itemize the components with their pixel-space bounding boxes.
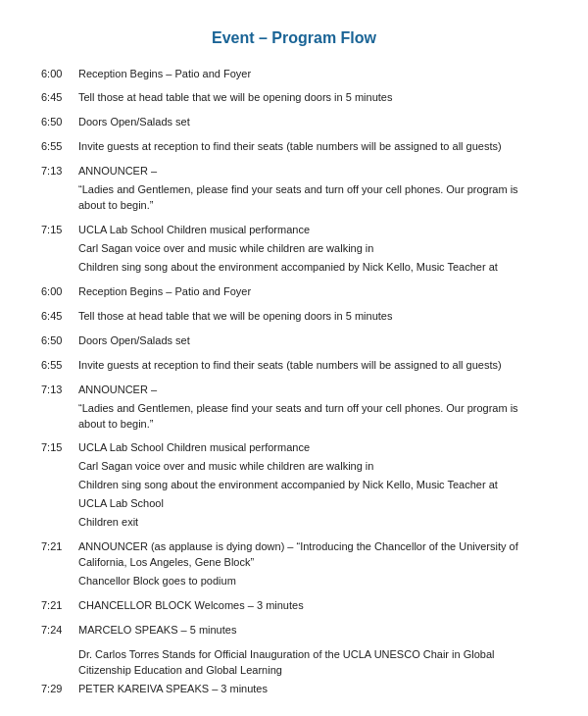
list-item: “Ladies and Gentlemen, please find your … xyxy=(39,181,549,216)
list-item: 7:21CHANCELLOR BLOCK Welcomes – 3 minute… xyxy=(39,596,549,615)
event-description: MARCELO SPEAKS – 5 minutes xyxy=(76,621,549,639)
event-time: 7:21 xyxy=(39,538,76,573)
event-time: 7:13 xyxy=(39,381,76,399)
list-item: 7:13ANNOUNCER – xyxy=(39,163,549,181)
list-item: 6:00Reception Begins – Patio and Foyer xyxy=(39,65,549,83)
event-time xyxy=(39,477,76,495)
event-time: 7:24 xyxy=(39,621,76,639)
event-description: Reception Begins – Patio and Foyer xyxy=(76,65,549,83)
list-item: Chancellor Block goes to podium xyxy=(39,573,549,591)
event-description: UCLA Lab School Children musical perform… xyxy=(76,439,549,458)
event-time: 7:15 xyxy=(39,222,76,240)
list-item: 7:15UCLA Lab School Children musical per… xyxy=(39,439,549,458)
event-time xyxy=(39,181,76,216)
list-item: 7:15UCLA Lab School Children musical per… xyxy=(39,222,549,240)
list-item: 6:50Doors Open/Salads set xyxy=(39,114,549,132)
list-item: 6:45Tell those at head table that we wil… xyxy=(39,89,549,108)
event-time xyxy=(39,645,76,680)
event-description: Children sing song about the environment… xyxy=(76,258,549,277)
event-time: 7:21 xyxy=(39,596,76,615)
event-table: 6:00Reception Begins – Patio and Foyer6:… xyxy=(39,65,549,698)
event-time: 7:29 xyxy=(39,680,76,698)
event-time xyxy=(39,258,76,277)
page: Event – Program Flow 6:00Reception Begin… xyxy=(0,0,588,716)
list-item: 6:55Invite guests at reception to find t… xyxy=(39,138,549,157)
list-item: UCLA Lab School xyxy=(39,495,549,514)
event-time xyxy=(39,573,76,591)
event-time xyxy=(39,514,76,533)
event-description: Children exit xyxy=(76,514,549,533)
list-item: Children sing song about the environment… xyxy=(39,477,549,495)
event-description: Tell those at head table that we will be… xyxy=(76,89,549,108)
event-time: 6:45 xyxy=(39,307,76,326)
event-time xyxy=(39,240,76,259)
event-description: UCLA Lab School xyxy=(76,495,549,514)
event-time xyxy=(39,399,76,434)
list-item: Carl Sagan voice over and music while ch… xyxy=(39,458,549,477)
list-item: 7:21ANNOUNCER (as applause is dying down… xyxy=(39,538,549,573)
event-time: 6:55 xyxy=(39,138,76,157)
event-time: 6:00 xyxy=(39,282,76,301)
list-item: Children exit xyxy=(39,514,549,533)
event-description: CHANCELLOR BLOCK Welcomes – 3 minutes xyxy=(76,596,549,615)
event-time: 6:50 xyxy=(39,114,76,132)
event-description: UCLA Lab School Children musical perform… xyxy=(76,222,549,240)
list-item: “Ladies and Gentlemen, please find your … xyxy=(39,399,549,434)
list-item: Children sing song about the environment… xyxy=(39,258,549,277)
event-description: Reception Begins – Patio and Foyer xyxy=(76,282,549,301)
event-description: ANNOUNCER (as applause is dying down) – … xyxy=(76,538,549,573)
list-item: Dr. Carlos Torres Stands for Official In… xyxy=(39,645,549,680)
event-description: ANNOUNCER – xyxy=(76,381,549,399)
list-item: Carl Sagan voice over and music while ch… xyxy=(39,240,549,259)
event-description: ANNOUNCER – xyxy=(76,163,549,181)
event-description: “Ladies and Gentlemen, please find your … xyxy=(76,399,549,434)
page-title: Event – Program Flow xyxy=(39,29,549,47)
event-time: 6:45 xyxy=(39,89,76,108)
event-description: “Ladies and Gentlemen, please find your … xyxy=(76,181,549,216)
event-time xyxy=(39,495,76,514)
event-description: Doors Open/Salads set xyxy=(76,114,549,132)
list-item: 6:45Tell those at head table that we wil… xyxy=(39,307,549,326)
event-description: Carl Sagan voice over and music while ch… xyxy=(76,240,549,259)
event-description: Chancellor Block goes to podium xyxy=(76,573,549,591)
list-item: 7:29PETER KAREIVA SPEAKS – 3 minutes xyxy=(39,680,549,698)
list-item: 6:50Doors Open/Salads set xyxy=(39,332,549,350)
event-description: Tell those at head table that we will be… xyxy=(76,307,549,326)
event-description: PETER KAREIVA SPEAKS – 3 minutes xyxy=(76,680,549,698)
event-time: 6:55 xyxy=(39,356,76,375)
event-time: 7:13 xyxy=(39,163,76,181)
event-time: 7:15 xyxy=(39,439,76,458)
event-time: 6:00 xyxy=(39,65,76,83)
event-description: Dr. Carlos Torres Stands for Official In… xyxy=(76,645,549,680)
event-description: Invite guests at reception to find their… xyxy=(76,356,549,375)
list-item: 7:24MARCELO SPEAKS – 5 minutes xyxy=(39,621,549,639)
event-time xyxy=(39,458,76,477)
event-time: 6:50 xyxy=(39,332,76,350)
event-description: Doors Open/Salads set xyxy=(76,332,549,350)
list-item: 6:55Invite guests at reception to find t… xyxy=(39,356,549,375)
event-description: Children sing song about the environment… xyxy=(76,477,549,495)
list-item: 6:00Reception Begins – Patio and Foyer xyxy=(39,282,549,301)
event-description: Carl Sagan voice over and music while ch… xyxy=(76,458,549,477)
list-item: 7:13ANNOUNCER – xyxy=(39,381,549,399)
event-description: Invite guests at reception to find their… xyxy=(76,138,549,157)
